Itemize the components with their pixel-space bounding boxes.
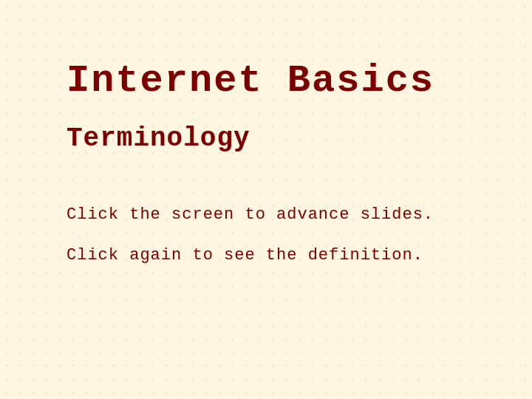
instruction-definition: Click again to see the definition.	[66, 246, 423, 265]
main-title: Internet Basics	[66, 59, 434, 103]
instruction-advance: Click the screen to advance slides.	[66, 205, 434, 224]
subtitle: Terminology	[66, 123, 250, 154]
main-content: Internet Basics Terminology Click the sc…	[0, 0, 532, 399]
